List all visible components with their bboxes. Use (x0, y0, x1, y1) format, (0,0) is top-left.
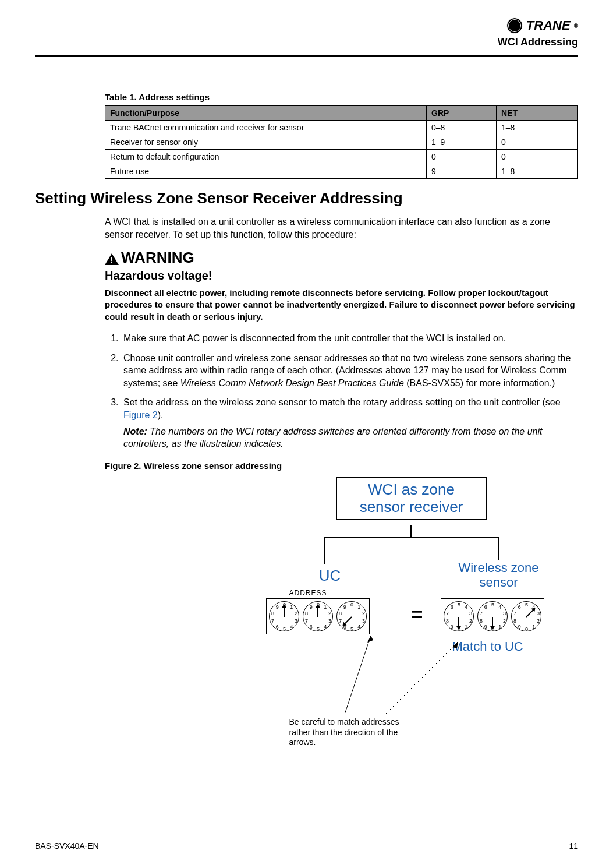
svg-marker-3 (452, 641, 458, 648)
equals-sign: = (412, 603, 423, 626)
step-3-note: Note: The numbers on the WCI rotary addr… (123, 425, 578, 450)
svg-line-2 (385, 641, 458, 714)
col-grp: GRP (427, 106, 497, 121)
step-2: Choose unit controller and wireless zone… (121, 352, 578, 390)
uc-dial-2: 0123456789 (303, 601, 333, 631)
note-text: The numbers on the WCI rotary address sw… (123, 426, 542, 449)
table-header-row: Function/Purpose GRP NET (105, 106, 578, 121)
uc-label: UC (266, 567, 394, 585)
cell-fn: Trane BACnet communication and receiver … (105, 121, 427, 135)
step-3-text-a: Set the address on the wireless zone sen… (123, 397, 561, 407)
step-3-text-b: ). (158, 410, 164, 420)
page-number: 11 (569, 841, 578, 851)
doc-id: BAS-SVX40A-EN (35, 841, 99, 851)
table-row: Future use 9 1–8 (105, 164, 578, 179)
step-2-reference: Wireless Comm Network Design Best Practi… (180, 378, 404, 388)
cell-net: 1–8 (497, 121, 578, 135)
warning-body: Disconnect all electric power, including… (105, 287, 578, 323)
connector-bar (324, 537, 499, 538)
warning-word: WARNING (121, 249, 194, 267)
uc-dial-1: 0123456789 (269, 601, 299, 631)
figure-2-caption: Figure 2. Wireless zone sensor addressin… (105, 461, 578, 471)
connector-right (498, 537, 499, 560)
header-rule (35, 55, 578, 57)
brand-icon (506, 17, 523, 34)
brand-logo: TRANE® (506, 17, 578, 34)
connector-stem (410, 525, 412, 537)
procedure-list: Make sure that AC power is disconnected … (121, 332, 578, 450)
col-function: Function/Purpose (105, 106, 427, 121)
wireless-zone-sensor-label: Wireless zone sensor (429, 561, 569, 589)
wci-title-l1: WCI as zone (368, 481, 455, 498)
wzs-label-l1: Wireless zone (458, 560, 538, 575)
cell-grp: 9 (427, 164, 497, 179)
section-heading: Setting Wireless Zone Sensor Receiver Ad… (35, 189, 578, 207)
wzs-dial-2: 0123456789 (477, 601, 508, 631)
table-row: Receiver for sensor only 1–9 0 (105, 135, 578, 150)
figure-2: WCI as zone sensor receiver UC Wireless … (245, 477, 578, 744)
callout-arrow-right (382, 641, 464, 717)
caution-text: Be careful to match addresses rather tha… (289, 717, 417, 748)
wci-title-box: WCI as zone sensor receiver (336, 477, 487, 521)
address-settings-table: Function/Purpose GRP NET Trane BACnet co… (105, 105, 578, 179)
col-net: NET (497, 106, 578, 121)
svg-line-0 (345, 636, 371, 714)
wzs-dial-1: 0123456789 (444, 601, 474, 631)
address-heading: ADDRESS (289, 589, 327, 597)
cell-grp: 0 (427, 150, 497, 164)
page-section-title: WCI Addressing (35, 36, 578, 48)
warning-triangle-icon (105, 253, 119, 265)
page-footer: BAS-SVX40A-EN 11 (35, 841, 578, 851)
intro-paragraph: A WCI that is installed on a unit contro… (105, 216, 578, 241)
cell-fn: Return to default configuration (105, 150, 427, 164)
brand-text: TRANE (526, 18, 571, 33)
figure-2-link[interactable]: Figure 2 (123, 410, 158, 420)
table-row: Trane BACnet communication and receiver … (105, 121, 578, 135)
wzs-dial-3: 0123456789 (511, 601, 541, 631)
connector-left (324, 537, 325, 564)
table-row: Return to default configuration 0 0 (105, 150, 578, 164)
cell-net: 0 (497, 135, 578, 150)
step-2-text-b: (BAS-SVX55) for more information.) (404, 378, 555, 388)
uc-dial-3: 0123456789 (336, 601, 367, 631)
cell-grp: 0–8 (427, 121, 497, 135)
note-label: Note: (123, 426, 147, 436)
wzs-dial-row: 0123456789 0123456789 0123456789 (441, 598, 544, 634)
cell-net: 1–8 (497, 164, 578, 179)
cell-grp: 1–9 (427, 135, 497, 150)
step-3: Set the address on the wireless zone sen… (121, 396, 578, 450)
cell-fn: Receiver for sensor only (105, 135, 427, 150)
wzs-label-l2: sensor (479, 575, 518, 590)
header: TRANE® (35, 17, 578, 34)
cell-net: 0 (497, 150, 578, 164)
table1-caption: Table 1. Address settings (105, 92, 578, 102)
warning-subtitle: Hazardous voltage! (105, 269, 578, 283)
uc-dial-row: 0123456789 0123456789 0123456789 (266, 598, 370, 634)
warning-header: WARNING (105, 249, 578, 267)
wci-title-l2: sensor receiver (360, 498, 463, 516)
callout-arrow-left (342, 636, 377, 717)
step-1: Make sure that AC power is disconnected … (121, 332, 578, 345)
cell-fn: Future use (105, 164, 427, 179)
